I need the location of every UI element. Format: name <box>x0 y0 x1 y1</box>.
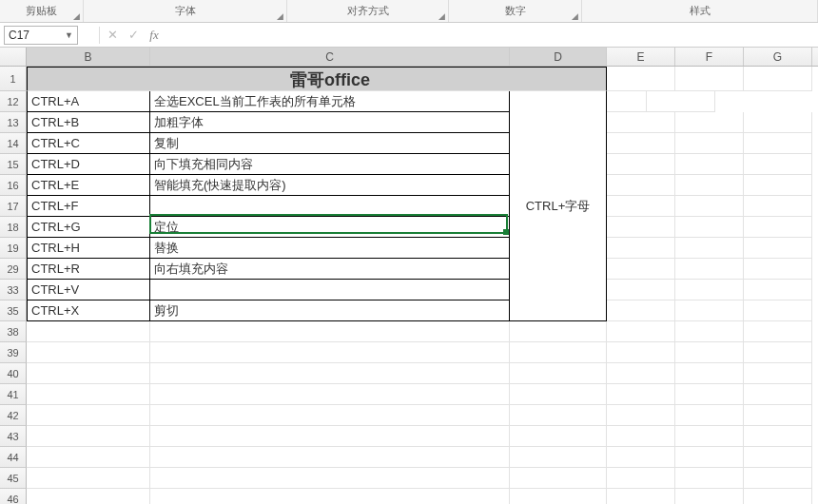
row-header[interactable]: 43 <box>0 426 27 447</box>
cell[interactable] <box>675 489 744 504</box>
cell[interactable] <box>607 112 675 133</box>
cell[interactable] <box>510 489 607 504</box>
row-header[interactable]: 14 <box>0 133 27 154</box>
cell[interactable] <box>744 321 812 342</box>
cell[interactable] <box>607 384 675 405</box>
ribbon-group-styles[interactable]: 样式 <box>582 0 818 22</box>
cell[interactable] <box>27 489 150 504</box>
cell[interactable] <box>744 259 812 280</box>
cell[interactable]: CTRL+G <box>27 217 150 238</box>
cell[interactable] <box>675 342 744 363</box>
cell[interactable] <box>27 447 150 468</box>
cell[interactable] <box>675 217 744 238</box>
cell[interactable] <box>607 468 675 489</box>
row-header[interactable]: 41 <box>0 384 27 405</box>
cell[interactable] <box>675 300 744 321</box>
merged-category-cell[interactable]: CTRL+字母 <box>510 91 607 321</box>
cell[interactable] <box>150 384 510 405</box>
cell[interactable] <box>27 342 150 363</box>
cell[interactable] <box>150 363 510 384</box>
cell[interactable] <box>150 405 510 426</box>
cell[interactable]: CTRL+E <box>27 175 150 196</box>
row-header[interactable]: 44 <box>0 447 27 468</box>
cell[interactable]: CTRL+H <box>27 238 150 259</box>
row-header[interactable]: 40 <box>0 363 27 384</box>
cell[interactable]: 复制 <box>150 133 510 154</box>
cell[interactable]: CTRL+B <box>27 112 150 133</box>
cell[interactable] <box>607 489 675 504</box>
cell[interactable] <box>744 489 812 504</box>
cell[interactable] <box>675 384 744 405</box>
row-header[interactable]: 33 <box>0 280 27 300</box>
cell[interactable] <box>744 384 812 405</box>
fx-icon[interactable]: fx <box>144 26 165 45</box>
row-header[interactable]: 35 <box>0 300 27 321</box>
row-header[interactable]: 46 <box>0 489 27 504</box>
cell[interactable] <box>27 405 150 426</box>
cell[interactable] <box>675 468 744 489</box>
cancel-icon[interactable]: ✕ <box>102 26 123 45</box>
cell[interactable] <box>27 426 150 447</box>
dialog-launcher-icon[interactable]: ◢ <box>71 11 81 21</box>
cell[interactable]: CTRL+D <box>27 154 150 175</box>
cell[interactable] <box>607 196 675 217</box>
cell[interactable] <box>675 321 744 342</box>
cell[interactable] <box>607 363 675 384</box>
ribbon-group-font[interactable]: 字体 ◢ <box>84 0 287 22</box>
cell[interactable] <box>675 405 744 426</box>
ribbon-group-clipboard[interactable]: 剪贴板 ◢ <box>0 0 84 22</box>
cell[interactable]: 替换 <box>150 238 510 259</box>
cell[interactable] <box>607 321 675 342</box>
merged-title-cell[interactable]: 雷哥office <box>150 67 510 91</box>
cell[interactable] <box>607 175 675 196</box>
column-header[interactable]: D <box>510 48 607 66</box>
cell[interactable]: 向右填充内容 <box>150 259 510 280</box>
cell[interactable] <box>647 91 715 112</box>
column-header[interactable]: E <box>607 48 675 66</box>
merged-title-cell[interactable] <box>27 67 150 91</box>
column-header[interactable]: B <box>27 48 150 66</box>
cell[interactable] <box>510 426 607 447</box>
cell[interactable] <box>675 447 744 468</box>
cell[interactable] <box>607 342 675 363</box>
cell[interactable] <box>675 154 744 175</box>
cell[interactable] <box>744 426 812 447</box>
cell[interactable] <box>744 468 812 489</box>
cell[interactable] <box>744 405 812 426</box>
row-header[interactable]: 45 <box>0 468 27 489</box>
cell[interactable] <box>27 321 150 342</box>
cell[interactable]: CTRL+X <box>27 300 150 321</box>
cell[interactable]: 剪切 <box>150 300 510 321</box>
row-header[interactable]: 29 <box>0 259 27 280</box>
ribbon-group-alignment[interactable]: 对齐方式 ◢ <box>287 0 449 22</box>
row-header[interactable]: 39 <box>0 342 27 363</box>
cell[interactable] <box>744 447 812 468</box>
row-header[interactable]: 13 <box>0 112 27 133</box>
cell[interactable] <box>675 238 744 259</box>
chevron-down-icon[interactable]: ▼ <box>65 30 73 40</box>
cell[interactable] <box>744 133 812 154</box>
check-icon[interactable]: ✓ <box>123 26 144 45</box>
cell[interactable] <box>675 259 744 280</box>
column-header[interactable]: F <box>675 48 744 66</box>
formula-input[interactable] <box>165 26 814 45</box>
cell[interactable] <box>150 447 510 468</box>
cell[interactable] <box>744 280 812 300</box>
cell[interactable] <box>510 468 607 489</box>
cell[interactable]: CTRL+R <box>27 259 150 280</box>
cell[interactable] <box>744 363 812 384</box>
cell[interactable] <box>744 300 812 321</box>
cell[interactable]: 定位 <box>150 217 510 238</box>
cell[interactable] <box>150 321 510 342</box>
select-all-corner[interactable] <box>0 48 27 66</box>
cell[interactable] <box>150 280 510 300</box>
cell[interactable]: 加粗字体 <box>150 112 510 133</box>
name-box[interactable]: C17 ▼ <box>4 26 78 45</box>
cell[interactable] <box>607 280 675 300</box>
cell[interactable] <box>607 238 675 259</box>
dialog-launcher-icon[interactable]: ◢ <box>275 11 284 21</box>
row-header[interactable]: 38 <box>0 321 27 342</box>
cell[interactable] <box>150 342 510 363</box>
cell[interactable]: CTRL+C <box>27 133 150 154</box>
cell[interactable] <box>510 405 607 426</box>
